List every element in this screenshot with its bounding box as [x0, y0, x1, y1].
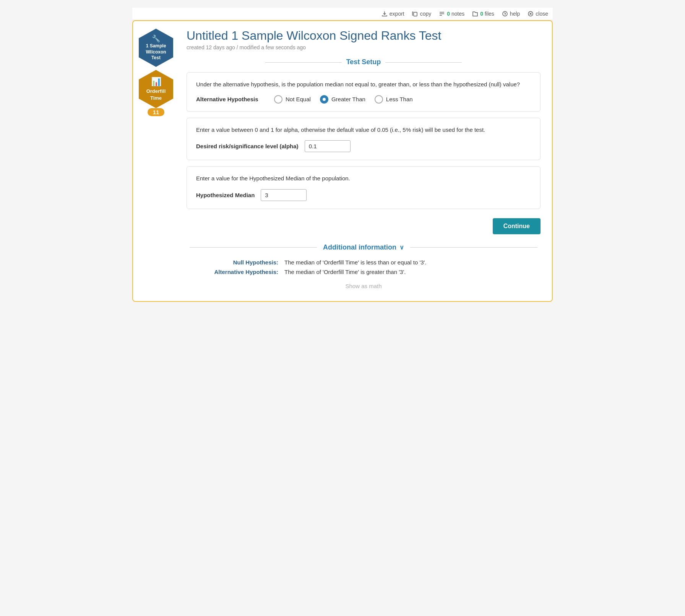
card2-description: Enter a value between 0 and 1 for alpha,… — [196, 126, 531, 135]
continue-button-wrapper: Continue — [187, 215, 541, 234]
alpha-label: Desired risk/significance level (alpha) — [196, 143, 299, 149]
radio-greater-than[interactable]: Greater Than — [320, 95, 365, 104]
null-hypothesis-value: The median of 'Orderfill Time' is less t… — [284, 259, 427, 266]
alternative-hypothesis-label: Alternative Hypothesis — [196, 96, 265, 102]
show-math-link-wrapper: Show as math — [187, 283, 541, 290]
radio-label-not-equal: Not Equal — [286, 96, 311, 102]
hex-wilcoxon: 🔧 1 Sample Wilcoxon Test — [139, 29, 173, 67]
radio-row: Alternative Hypothesis Not Equal Greater… — [196, 95, 531, 104]
hex-label-2: Wilcoxon — [146, 49, 166, 55]
radio-circle-not-equal[interactable] — [274, 95, 282, 104]
page-wrapper: export copy 0 notes 0 files — [132, 8, 553, 302]
page-subtitle: created 12 days ago / modified a few sec… — [187, 44, 541, 50]
export-button[interactable]: export — [381, 11, 404, 17]
radio-circle-less-than[interactable] — [375, 95, 383, 104]
median-input-row: Hypothesized Median — [196, 189, 531, 201]
hex-chart-icon: 📊 — [151, 76, 161, 88]
toolbar: export copy 0 notes 0 files — [132, 8, 553, 20]
median-label: Hypothesized Median — [196, 192, 255, 198]
hex-orderfill: 📊 Orderfill Time — [139, 70, 173, 108]
chevron-down-icon: ∨ — [399, 244, 404, 251]
alpha-input-row: Desired risk/significance level (alpha) — [196, 140, 531, 152]
help-button[interactable]: help — [502, 11, 520, 17]
null-hypothesis-key: Null Hypothesis: — [202, 259, 278, 266]
hex-icon-wrench: 🔧 — [152, 34, 160, 43]
card3-description: Enter a value for the Hypothesized Media… — [196, 174, 531, 183]
main-container: 🔧 1 Sample Wilcoxon Test 📊 Orderfill Tim… — [132, 20, 553, 302]
continue-button[interactable]: Continue — [493, 218, 541, 234]
card-alternative-hypothesis: Under the alternative hypothesis, is the… — [187, 72, 541, 112]
card-alpha: Enter a value between 0 and 1 for alpha,… — [187, 118, 541, 160]
close-button[interactable]: close — [528, 11, 548, 17]
copy-button[interactable]: copy — [412, 11, 432, 17]
radio-label-greater-than: Greater Than — [331, 96, 365, 102]
alt-hypothesis-key: Alternative Hypothesis: — [202, 269, 278, 275]
radio-less-than[interactable]: Less Than — [375, 95, 413, 104]
hex-label-1: 1 Sample — [146, 43, 166, 49]
additional-section: Additional information ∨ Null Hypothesis… — [187, 243, 541, 290]
additional-info-heading[interactable]: Additional information ∨ — [187, 243, 541, 251]
radio-circle-greater-than[interactable] — [320, 95, 328, 104]
sidebar: 🔧 1 Sample Wilcoxon Test 📊 Orderfill Tim… — [133, 21, 179, 301]
files-button[interactable]: 0 files — [472, 11, 494, 17]
radio-label-less-than: Less Than — [386, 96, 413, 102]
info-table: Null Hypothesis: The median of 'Orderfil… — [187, 259, 541, 275]
info-row-alt: Alternative Hypothesis: The median of 'O… — [202, 269, 525, 275]
notes-button[interactable]: 0 notes — [439, 11, 464, 17]
hex-orderfill-label1: Orderfill — [146, 88, 166, 95]
alpha-input[interactable] — [305, 140, 351, 152]
median-input[interactable] — [261, 189, 307, 201]
content-area: Untitled 1 Sample Wilcoxon Signed Ranks … — [179, 21, 552, 301]
notes-count: 0 — [447, 11, 450, 17]
info-row-null: Null Hypothesis: The median of 'Orderfil… — [202, 259, 525, 266]
page-title: Untitled 1 Sample Wilcoxon Signed Ranks … — [187, 29, 541, 43]
card1-description: Under the alternative hypothesis, is the… — [196, 80, 531, 89]
alt-hypothesis-value: The median of 'Orderfill Time' is greate… — [284, 269, 406, 275]
hex-number-badge: 11 — [148, 108, 165, 116]
card-hypothesized-median: Enter a value for the Hypothesized Media… — [187, 166, 541, 209]
hex-orderfill-label2: Time — [150, 95, 162, 102]
radio-not-equal[interactable]: Not Equal — [274, 95, 311, 104]
test-setup-heading: Test Setup — [187, 58, 541, 66]
hex-label-3: Test — [151, 55, 161, 61]
show-math-link[interactable]: Show as math — [345, 283, 381, 289]
svg-rect-0 — [414, 12, 417, 16]
files-count: 0 — [480, 11, 483, 17]
